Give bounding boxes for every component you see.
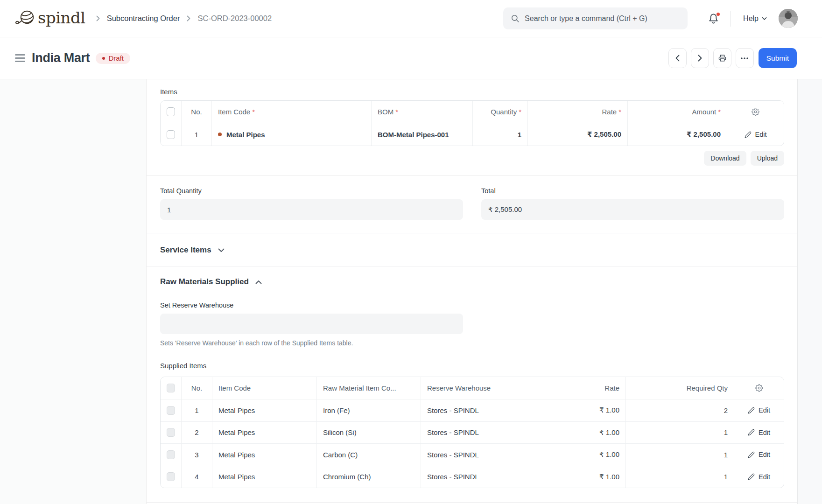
cell-item_code[interactable]: Metal Pipes — [212, 399, 317, 421]
next-document-button[interactable] — [691, 48, 709, 68]
pencil-icon — [745, 131, 752, 138]
row-checkbox-cell[interactable] — [161, 123, 182, 146]
upload-button[interactable]: Upload — [751, 151, 784, 166]
prev-document-button[interactable] — [668, 48, 687, 68]
table-settings-button[interactable] — [727, 101, 784, 123]
cell-warehouse[interactable]: Stores - SPINDL — [421, 466, 524, 488]
sidebar-toggle-button[interactable] — [15, 54, 25, 62]
select-all-checkbox[interactable] — [161, 101, 182, 123]
total-input[interactable]: ₹ 2,505.00 — [481, 199, 784, 220]
cell-raw_material[interactable]: Chromium (Ch) — [317, 466, 421, 488]
supplied-items-table: No.Item CodeRaw Material Item Co...Reser… — [160, 377, 784, 488]
edit-row-button[interactable]: Edit — [748, 451, 770, 458]
row-checkbox-cell[interactable] — [161, 466, 182, 488]
service-items-header[interactable]: Service Items — [160, 245, 784, 255]
row-checkbox-cell[interactable] — [161, 444, 182, 466]
app-logo[interactable]: spindl — [14, 8, 85, 29]
table-settings-button[interactable] — [734, 377, 784, 399]
edit-row-button[interactable]: Edit — [748, 473, 770, 481]
table-row: 3Metal PipesCarbon (C)Stores - SPINDL₹ 1… — [161, 444, 784, 466]
row-checkbox-cell[interactable] — [161, 422, 182, 444]
column-header: BOM* — [372, 101, 473, 123]
help-menu[interactable]: Help — [743, 14, 767, 23]
cell-no[interactable]: 2 — [182, 422, 212, 444]
column-header: Item Code* — [212, 101, 372, 123]
cell-raw_material[interactable]: Iron (Fe) — [317, 399, 421, 421]
status-badge: Draft — [96, 53, 131, 64]
item-status-dot — [218, 133, 222, 136]
breadcrumb-docname[interactable]: SC-ORD-2023-00002 — [197, 14, 272, 23]
row-edit-cell: Edit — [734, 444, 784, 466]
raw-materials-header[interactable]: Raw Materials Supplied — [160, 277, 784, 287]
form-area: Items No.Item Code*BOM*Quantity*Rate*Amo… — [147, 79, 798, 504]
cell-amount[interactable]: ₹ 2,505.00 — [628, 123, 727, 146]
total-quantity-input[interactable]: 1 — [160, 199, 463, 220]
checkbox[interactable] — [167, 428, 175, 437]
row-edit-cell: Edit — [727, 123, 784, 146]
cell-rate[interactable]: ₹ 1.00 — [524, 422, 626, 444]
chevron-down-icon — [762, 17, 767, 21]
user-avatar[interactable] — [779, 9, 798, 28]
cell-warehouse[interactable]: Stores - SPINDL — [421, 444, 524, 466]
breadcrumb-doctype[interactable]: Subcontracting Order — [107, 14, 180, 23]
total-quantity-label: Total Quantity — [160, 187, 463, 195]
checkbox[interactable] — [167, 450, 175, 459]
cell-required_qty[interactable]: 2 — [626, 399, 734, 421]
cell-no[interactable]: 3 — [182, 444, 212, 466]
cell-raw_material[interactable]: Carbon (C) — [317, 444, 421, 466]
cell-required_qty[interactable]: 1 — [626, 422, 734, 444]
checkbox[interactable] — [167, 406, 175, 415]
print-button[interactable] — [713, 48, 731, 68]
row-edit-cell: Edit — [734, 422, 784, 444]
status-label: Draft — [109, 54, 124, 62]
cell-required_qty[interactable]: 1 — [626, 466, 734, 488]
cell-no[interactable]: 1 — [182, 123, 212, 146]
cell-no[interactable]: 1 — [182, 399, 212, 421]
breadcrumb-chevron-icon — [96, 15, 100, 21]
cell-quantity[interactable]: 1 — [473, 123, 528, 146]
notifications-button[interactable] — [708, 13, 719, 25]
row-checkbox-cell[interactable] — [161, 399, 182, 421]
submit-button[interactable]: Submit — [759, 48, 797, 68]
table-row: 4Metal PipesChromium (Ch)Stores - SPINDL… — [161, 466, 784, 488]
edit-row-button[interactable]: Edit — [745, 131, 767, 138]
global-search-input[interactable]: Search or type a command (Ctrl + G) — [503, 7, 688, 29]
select-all-checkbox[interactable] — [161, 377, 182, 399]
pencil-icon — [748, 451, 755, 458]
cell-rate[interactable]: ₹ 1.00 — [524, 444, 626, 466]
cell-rate[interactable]: ₹ 1.00 — [524, 399, 626, 421]
cell-rate[interactable]: ₹ 1.00 — [524, 466, 626, 488]
cell-item_code[interactable]: Metal Pipes — [212, 466, 317, 488]
set-reserve-warehouse-label: Set Reserve Warehouse — [160, 301, 784, 309]
download-button[interactable]: Download — [704, 151, 746, 166]
cell-warehouse[interactable]: Stores - SPINDL — [421, 399, 524, 421]
cell-item_code[interactable]: Metal Pipes — [212, 123, 372, 146]
checkbox[interactable] — [167, 107, 175, 116]
checkbox[interactable] — [167, 472, 175, 481]
cell-bom[interactable]: BOM-Metal Pipes-001 — [372, 123, 473, 146]
column-header: Reserve Warehouse — [421, 377, 524, 399]
table-row: 1Metal PipesBOM-Metal Pipes-0011₹ 2,505.… — [161, 123, 784, 146]
more-menu-button[interactable] — [736, 48, 754, 68]
column-header: Rate* — [528, 101, 628, 123]
cell-item_code[interactable]: Metal Pipes — [212, 422, 317, 444]
cell-warehouse[interactable]: Stores - SPINDL — [421, 422, 524, 444]
search-icon — [511, 14, 520, 23]
total-label: Total — [481, 187, 784, 195]
cell-item_code[interactable]: Metal Pipes — [212, 444, 317, 466]
edit-row-button[interactable]: Edit — [748, 429, 770, 436]
cell-required_qty[interactable]: 1 — [626, 444, 734, 466]
totals-section: Total Quantity 1 Total ₹ 2,505.00 — [160, 176, 784, 233]
cell-rate[interactable]: ₹ 2,505.00 — [528, 123, 628, 146]
row-edit-cell: Edit — [734, 399, 784, 421]
service-items-title: Service Items — [160, 245, 211, 255]
items-table: No.Item Code*BOM*Quantity*Rate*Amount*1M… — [160, 100, 784, 146]
help-label: Help — [743, 14, 759, 23]
checkbox[interactable] — [167, 130, 175, 139]
cell-no[interactable]: 4 — [182, 466, 212, 488]
edit-row-button[interactable]: Edit — [748, 406, 770, 414]
checkbox[interactable] — [167, 384, 175, 392]
cell-raw_material[interactable]: Silicon (Si) — [317, 422, 421, 444]
row-edit-cell: Edit — [734, 466, 784, 488]
set-reserve-warehouse-input[interactable] — [160, 314, 463, 334]
